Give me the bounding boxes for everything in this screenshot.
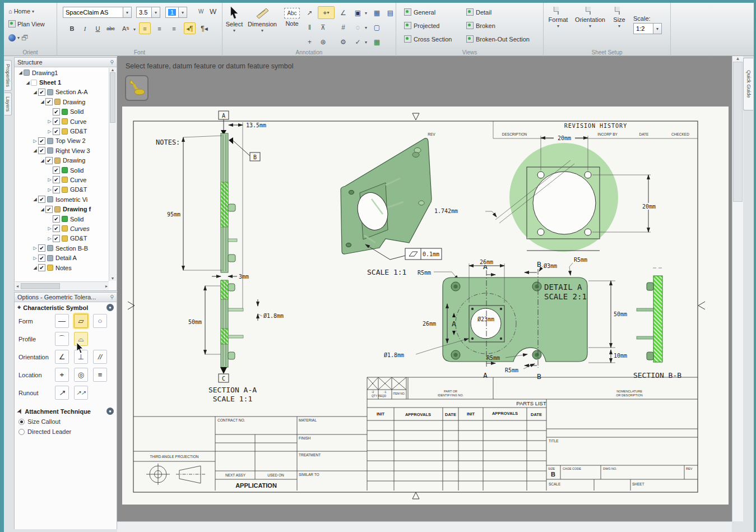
chevron-down-icon[interactable]: ▾ xyxy=(365,25,367,30)
view-broken-button[interactable]: Broken xyxy=(466,22,495,29)
format-button[interactable]: Format ▾ xyxy=(545,7,572,29)
section-b-top-label[interactable]: B xyxy=(537,260,541,269)
tab-quick-guide[interactable]: Quick Guide xyxy=(743,58,753,110)
barcode-icon[interactable]: # xyxy=(338,22,349,33)
profile-surface-button[interactable]: ⌓ xyxy=(74,332,88,346)
tree-item-checkbox[interactable]: ✔ xyxy=(53,128,60,135)
r5-mid-label[interactable]: R5mm xyxy=(486,355,500,361)
table-style-icon[interactable]: ▤ xyxy=(385,7,396,18)
chevron-down-icon[interactable]: ▾ xyxy=(224,28,245,33)
bold-button[interactable]: B xyxy=(66,22,78,34)
tree-item-checkbox[interactable]: ✔ xyxy=(38,196,45,203)
view-cross-section-button[interactable]: Cross Section xyxy=(404,35,452,43)
tree-item[interactable]: ▷✔Curve xyxy=(15,117,109,126)
tree-item-checkbox[interactable]: ✔ xyxy=(38,264,45,271)
tree-item-checkbox[interactable]: ✔ xyxy=(53,186,60,193)
chevron-down-icon[interactable]: ▾ xyxy=(245,28,280,33)
tab-properties[interactable]: Properties xyxy=(4,60,12,91)
tree-item[interactable]: ◢✔Section A-A xyxy=(15,87,109,97)
symmetry-button[interactable]: ≡ xyxy=(93,368,107,382)
tree-item[interactable]: ◢✔Right View 3 xyxy=(15,146,109,155)
vertical-scrollbar[interactable]: ▲ xyxy=(732,56,743,521)
tree-item[interactable]: ✔Solid xyxy=(15,214,109,224)
tree-item-checkbox[interactable]: ✔ xyxy=(38,137,45,145)
center-mark-icon[interactable]: + xyxy=(304,36,315,47)
bom-table-icon[interactable]: ▦ xyxy=(372,36,382,47)
font-name-value[interactable]: SpaceClaim AS xyxy=(63,7,123,18)
straightness-button[interactable]: — xyxy=(55,314,69,328)
tree-item[interactable]: ▷✔Top View 2 xyxy=(15,136,109,146)
home-button[interactable]: ⌂ Home▾ xyxy=(8,8,34,15)
section-b-bottom-label[interactable]: B xyxy=(537,372,541,381)
viewport-icon[interactable]: ▢ xyxy=(372,22,382,33)
chevron-down-icon[interactable]: ▾ xyxy=(123,7,132,18)
chevron-down-icon[interactable]: ▾ xyxy=(545,24,572,29)
leader-note-icon[interactable]: ↗ xyxy=(304,7,315,18)
surface-finish-icon[interactable]: ∠ xyxy=(338,7,349,18)
datum-a-left-label[interactable]: A xyxy=(452,320,456,328)
tree-item[interactable]: ◢Drawing1 xyxy=(15,68,109,77)
tree-item[interactable]: ◢✔Drawing xyxy=(15,97,109,107)
thread-icon[interactable]: ⊛ xyxy=(318,36,328,47)
dimension-button[interactable]: Dimension ▾ xyxy=(245,6,280,33)
underline-button[interactable]: U xyxy=(92,22,104,34)
drawing-sheet[interactable]: NOTES: A 13.5mm xyxy=(122,107,729,505)
chevron-down-icon[interactable]: ▾ xyxy=(365,11,367,16)
dim-20mm-right[interactable]: 20mm xyxy=(642,203,656,210)
tree-item[interactable]: ✔Solid xyxy=(15,107,109,117)
tree-vertical-scrollbar[interactable]: ▲▼ xyxy=(109,68,116,281)
tree-item-checkbox[interactable]: ✔ xyxy=(53,225,60,232)
tree-expand-closed-icon[interactable]: ▷ xyxy=(32,256,38,261)
size-button[interactable]: Size ▾ xyxy=(609,7,630,29)
tree-item-checkbox[interactable]: ✔ xyxy=(38,244,45,252)
drawing-canvas[interactable]: Select feature, datum feature or datum f… xyxy=(117,56,732,521)
dim-10mm-right[interactable]: 10mm xyxy=(614,353,627,359)
perpendicularity-button[interactable]: ⊥ xyxy=(74,350,88,364)
tree-item-checkbox[interactable]: ✔ xyxy=(38,255,45,262)
horizontal-scrollbar[interactable] xyxy=(117,521,732,532)
line-spacing-combo[interactable]: 1 ▾ xyxy=(165,7,187,18)
font-name-combo[interactable]: SpaceClaim AS ▾ xyxy=(63,7,132,18)
tree-item[interactable]: ▷✔GD&T xyxy=(15,185,109,195)
table-icon[interactable]: ▦ xyxy=(372,7,382,18)
dim-dia-23mm[interactable]: Ø23mm xyxy=(477,316,494,322)
chevron-down-icon[interactable]: ▾ xyxy=(133,27,136,32)
align-center-button[interactable]: ≡ xyxy=(154,22,165,34)
tree-item-checkbox[interactable]: ✔ xyxy=(53,108,60,115)
tree-expand-closed-icon[interactable]: ▷ xyxy=(32,246,38,251)
tree-horizontal-scrollbar[interactable]: ◂▸ xyxy=(15,281,109,290)
tree-item[interactable]: ◢✔Isometric Vi xyxy=(15,195,109,204)
tree-expand-open-icon[interactable]: ◢ xyxy=(32,90,38,95)
tree-expand-open-icon[interactable]: ◢ xyxy=(32,265,38,270)
dim-26mm-top[interactable]: 26mm xyxy=(480,259,493,265)
font-size-combo[interactable]: 3.5 ▾ xyxy=(136,7,160,18)
pin-icon[interactable]: ⚲ xyxy=(110,59,114,65)
select-button[interactable]: Select ▾ xyxy=(224,6,245,33)
angularity-button[interactable]: ∠ xyxy=(55,350,69,364)
dim-1-742mm[interactable]: 1.742mm xyxy=(434,208,458,214)
chevron-down-icon[interactable]: ▾ xyxy=(609,24,630,29)
paragraph-rtl-button[interactable]: ¶◂ xyxy=(198,22,210,34)
dim-dia-1-8mm[interactable]: Ø1.8mm xyxy=(263,313,284,319)
tree-item[interactable]: ✔Solid xyxy=(15,165,109,175)
dim-dia-1-8mm-front[interactable]: Ø1.8mm xyxy=(384,352,404,358)
flatness-button[interactable]: ▱ xyxy=(74,314,88,328)
tree-item[interactable]: ◢✔Notes xyxy=(15,263,109,272)
note-button[interactable]: Abc Note xyxy=(280,6,304,27)
center-line-icon[interactable]: ‖ xyxy=(304,22,315,33)
help-icon[interactable]: ● xyxy=(106,408,114,415)
iso-r5-label[interactable]: R5mm xyxy=(418,270,431,276)
dim-20mm-top[interactable]: 20mm xyxy=(558,135,571,141)
chevron-down-icon[interactable]: ▾ xyxy=(179,7,187,18)
dim-3mm[interactable]: 3mm xyxy=(239,274,249,280)
datum-c-label[interactable]: C xyxy=(222,376,225,382)
view-detail-button[interactable]: Detail xyxy=(466,8,491,16)
tree-item-checkbox[interactable]: ✔ xyxy=(38,147,45,154)
chevron-down-icon[interactable]: ▾ xyxy=(573,24,607,29)
tree-expand-closed-icon[interactable]: ▷ xyxy=(47,129,53,134)
r5-top-right-label[interactable]: R5mm xyxy=(574,257,587,263)
directed-leader-radio[interactable]: Directed Leader xyxy=(15,427,117,437)
dim-13-5mm[interactable]: 13.5mm xyxy=(246,122,266,128)
width-factor2-button[interactable]: W xyxy=(210,7,216,16)
tree-item-checkbox[interactable]: ✔ xyxy=(45,206,53,213)
